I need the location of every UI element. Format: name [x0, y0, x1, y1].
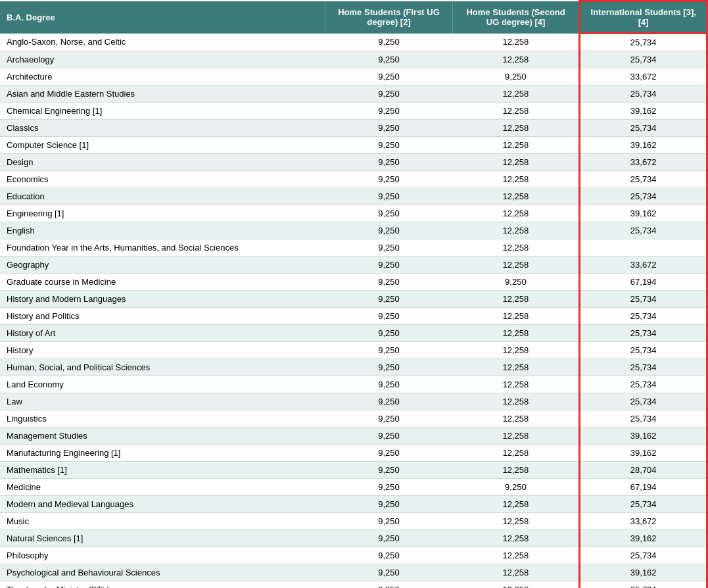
table-row: Chemical Engineering [1]9,25012,25839,16…	[0, 103, 707, 120]
cell-home-first: 9,250	[325, 308, 453, 325]
cell-international: 33,672	[580, 257, 707, 274]
cell-home-first: 9,250	[325, 359, 453, 376]
cell-home-second: 12,258	[452, 428, 580, 445]
cell-home-second: 12,258	[452, 513, 580, 530]
table-row: Geography9,25012,25833,672	[0, 257, 707, 274]
cell-home-second: 12,258	[452, 325, 580, 342]
cell-home-second: 12,258	[452, 86, 580, 103]
cell-home-first: 9,250	[325, 547, 453, 564]
cell-degree: Asian and Middle Eastern Studies	[0, 86, 325, 103]
table-container: B.A. Degree Home Students (First UG degr…	[0, 0, 708, 588]
cell-international: 25,734	[580, 342, 707, 359]
cell-degree: Chemical Engineering [1]	[0, 103, 325, 120]
header-international: International Students [3], [4]	[580, 1, 707, 34]
cell-international	[580, 239, 707, 257]
cell-home-second: 12,258	[452, 51, 580, 68]
cell-home-first: 9,250	[325, 291, 453, 308]
cell-home-second: 12,258	[452, 376, 580, 393]
cell-home-first: 9,250	[325, 564, 453, 581]
cell-home-second: 9,250	[452, 274, 580, 291]
cell-degree: Psychological and Behavioural Sciences	[0, 564, 325, 581]
cell-degree: Modern and Medieval Languages	[0, 496, 325, 513]
table-row: Asian and Middle Eastern Studies9,25012,…	[0, 86, 707, 103]
cell-international: 25,734	[580, 171, 707, 188]
cell-international: 67,194	[580, 274, 707, 291]
cell-degree: Graduate course in Medicine	[0, 274, 325, 291]
cell-home-first: 9,250	[325, 445, 453, 462]
cell-home-second: 12,258	[452, 239, 580, 257]
table-row: Land Economy9,25012,25825,734	[0, 376, 707, 393]
table-row: Human, Social, and Political Sciences9,2…	[0, 359, 707, 376]
table-row: Archaeology9,25012,25825,734	[0, 51, 707, 68]
cell-home-first: 9,250	[325, 239, 453, 257]
cell-home-second: 12,258	[452, 359, 580, 376]
cell-home-first: 9,250	[325, 257, 453, 274]
cell-degree: Computer Science [1]	[0, 137, 325, 154]
cell-home-first: 9,250	[325, 530, 453, 547]
cell-home-first: 9,250	[325, 393, 453, 410]
table-row: English9,25012,25825,734	[0, 222, 707, 239]
cell-degree: Law	[0, 393, 325, 410]
cell-home-first: 9,250	[325, 222, 453, 239]
cell-international: 39,162	[580, 428, 707, 445]
cell-international: 25,734	[580, 188, 707, 205]
cell-home-second: 12,258	[452, 530, 580, 547]
cell-degree: Theology for Ministry (BTh)	[0, 581, 325, 589]
cell-degree: Land Economy	[0, 376, 325, 393]
cell-home-first: 9,250	[325, 581, 453, 589]
table-row: Graduate course in Medicine9,2509,25067,…	[0, 274, 707, 291]
header-degree: B.A. Degree	[0, 1, 325, 34]
cell-international: 25,734	[580, 581, 707, 589]
cell-international: 39,162	[580, 445, 707, 462]
cell-home-first: 9,250	[325, 462, 453, 479]
cell-international: 39,162	[580, 205, 707, 222]
cell-home-second: 12,258	[452, 103, 580, 120]
cell-degree: Human, Social, and Political Sciences	[0, 359, 325, 376]
cell-international: 25,734	[580, 222, 707, 239]
cell-degree: Education	[0, 188, 325, 205]
cell-degree: Design	[0, 154, 325, 171]
table-row: Economics9,25012,25825,734	[0, 171, 707, 188]
cell-degree: History	[0, 342, 325, 359]
cell-degree: History and Modern Languages	[0, 291, 325, 308]
cell-home-second: 12,258	[452, 222, 580, 239]
cell-home-second: 12,258	[452, 393, 580, 410]
table-header-row: B.A. Degree Home Students (First UG degr…	[0, 1, 707, 34]
cell-international: 33,672	[580, 513, 707, 530]
cell-home-second: 12,258	[452, 410, 580, 428]
cell-home-first: 9,250	[325, 410, 453, 428]
table-row: Philosophy9,25012,25825,734	[0, 547, 707, 564]
cell-degree: Philosophy	[0, 547, 325, 564]
cell-home-first: 9,250	[325, 154, 453, 171]
cell-home-first: 9,250	[325, 325, 453, 342]
table-row: Computer Science [1]9,25012,25839,162	[0, 137, 707, 154]
table-row: Education9,25012,25825,734	[0, 188, 707, 205]
table-row: Theology for Ministry (BTh)9,25012,25825…	[0, 581, 707, 589]
cell-home-first: 9,250	[325, 513, 453, 530]
cell-home-first: 9,250	[325, 68, 453, 86]
table-row: Music9,25012,25833,672	[0, 513, 707, 530]
cell-degree: Archaeology	[0, 51, 325, 68]
header-home-second: Home Students (Second UG degree) [4]	[452, 1, 580, 34]
cell-home-first: 9,250	[325, 428, 453, 445]
cell-international: 25,734	[580, 34, 707, 51]
cell-home-second: 12,258	[452, 171, 580, 188]
cell-home-second: 12,258	[452, 564, 580, 581]
table-row: Classics9,25012,25825,734	[0, 120, 707, 137]
cell-degree: Geography	[0, 257, 325, 274]
cell-international: 25,734	[580, 291, 707, 308]
cell-home-second: 12,258	[452, 205, 580, 222]
cell-degree: Manufacturing Engineering [1]	[0, 445, 325, 462]
cell-international: 25,734	[580, 547, 707, 564]
cell-home-first: 9,250	[325, 205, 453, 222]
cell-home-first: 9,250	[325, 479, 453, 496]
cell-home-second: 12,258	[452, 581, 580, 589]
table-row: Management Studies9,25012,25839,162	[0, 428, 707, 445]
cell-home-first: 9,250	[325, 171, 453, 188]
cell-international: 39,162	[580, 103, 707, 120]
cell-international: 25,734	[580, 496, 707, 513]
table-row: History and Modern Languages9,25012,2582…	[0, 291, 707, 308]
cell-degree: History of Art	[0, 325, 325, 342]
cell-degree: Management Studies	[0, 428, 325, 445]
cell-home-first: 9,250	[325, 120, 453, 137]
